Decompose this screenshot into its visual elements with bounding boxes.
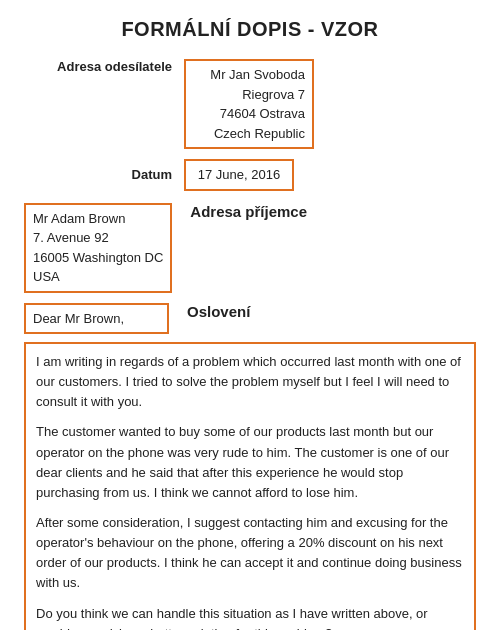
page-title: FORMÁLNÍ DOPIS - VZOR xyxy=(24,18,476,41)
date-box: 17 June, 2016 xyxy=(184,159,294,191)
salutation-row: Dear Mr Brown, Oslovení xyxy=(24,303,476,335)
sender-line-3: 74604 Ostrava xyxy=(220,106,305,121)
sender-line-1: Mr Jan Svoboda xyxy=(210,67,305,82)
body-para-1: I am writing in regards of a problem whi… xyxy=(36,352,464,412)
sender-label: Adresa odesílatele xyxy=(24,59,184,74)
recipient-line-1: Mr Adam Brown xyxy=(33,211,125,226)
sender-row: Adresa odesílatele Mr Jan Svoboda Riegro… xyxy=(24,59,476,149)
recipient-section-label: Adresa příjemce xyxy=(172,203,307,220)
date-row: Datum 17 June, 2016 xyxy=(24,159,476,191)
body-para-3: After some consideration, I suggest cont… xyxy=(36,513,464,594)
recipient-line-3: 16005 Washington DC xyxy=(33,250,163,265)
sender-line-2: Riegrova 7 xyxy=(242,87,305,102)
recipient-line-4: USA xyxy=(33,269,60,284)
sender-address-box: Mr Jan Svoboda Riegrova 7 74604 Ostrava … xyxy=(184,59,314,149)
date-label: Datum xyxy=(24,167,184,182)
body-text-box: I am writing in regards of a problem whi… xyxy=(24,342,476,630)
salutation-box: Dear Mr Brown, xyxy=(24,303,169,335)
recipient-row: Mr Adam Brown 7. Avenue 92 16005 Washing… xyxy=(24,203,476,293)
body-para-2: The customer wanted to buy some of our p… xyxy=(36,422,464,503)
recipient-line-2: 7. Avenue 92 xyxy=(33,230,109,245)
recipient-address-box: Mr Adam Brown 7. Avenue 92 16005 Washing… xyxy=(24,203,172,293)
sender-line-4: Czech Republic xyxy=(214,126,305,141)
body-para-4: Do you think we can handle this situatio… xyxy=(36,604,464,630)
salutation-section-label: Oslovení xyxy=(169,303,250,320)
